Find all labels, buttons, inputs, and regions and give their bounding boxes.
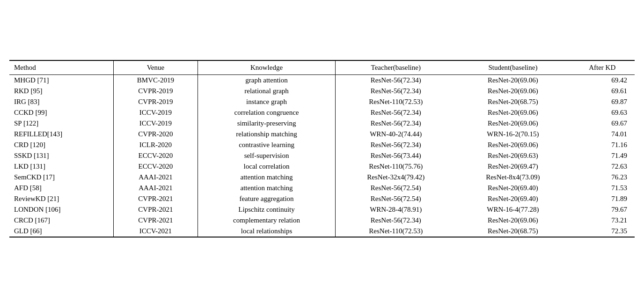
table-cell: 71.49 [570,150,635,161]
col-header-teacher: Teacher(baseline) [336,60,456,75]
table-cell: CVPR-2020 [113,129,198,140]
table-cell: 69.67 [570,118,635,129]
table-cell: 79.67 [570,204,635,215]
results-table: Method Venue Knowledge Teacher(baseline)… [9,60,635,238]
table-row: RKD [95]CVPR-2019relational graphResNet-… [9,86,635,97]
table-cell: MHGD [71] [9,74,113,86]
table-cell: ICCV-2019 [113,118,198,129]
table-row: IRG [83]CVPR-2019instance graphResNet-11… [9,97,635,107]
table-cell: BMVC-2019 [113,74,198,86]
table-cell: ResNet-56(72.34) [336,118,456,129]
table-row: SP [122]ICCV-2019similarity-preservingRe… [9,118,635,129]
table-cell: GLD [66] [9,226,113,237]
table-cell: Lipschitz continuity [198,204,335,215]
table-cell: ResNet-56(72.34) [336,215,456,226]
table-row: MHGD [71]BMVC-2019graph attentionResNet-… [9,74,635,86]
table-cell: self-supervision [198,150,335,161]
table-cell: 71.16 [570,140,635,150]
table-row: LKD [131]ECCV-2020local correlationResNe… [9,161,635,172]
table-cell: AAAI-2021 [113,183,198,193]
table-cell: AAAI-2021 [113,172,198,183]
table-cell: WRN-40-2(74.44) [336,129,456,140]
table-row: GLD [66]ICCV-2021local relationshipsResN… [9,226,635,237]
table-cell: 72.35 [570,226,635,237]
col-header-afterkd: After KD [570,60,635,75]
table-cell: complementary relation [198,215,335,226]
table-cell: CVPR-2021 [113,204,198,215]
table-cell: ICLR-2020 [113,140,198,150]
table-cell: ResNet-20(69.63) [456,150,570,161]
table-cell: CRCD [167] [9,215,113,226]
table-cell: CCKD [99] [9,107,113,118]
table-cell: ResNet-56(72.34) [336,107,456,118]
table-cell: ICCV-2021 [113,226,198,237]
table-cell: 69.63 [570,107,635,118]
table-cell: ECCV-2020 [113,150,198,161]
table-cell: ResNet-56(73.44) [336,150,456,161]
col-header-venue: Venue [113,60,198,75]
table-row: CRCD [167]CVPR-2021complementary relatio… [9,215,635,226]
table-cell: similarity-preserving [198,118,335,129]
table-cell: ResNet-20(69.06) [456,74,570,86]
table-cell: ResNet-20(69.06) [456,118,570,129]
table-row: SemCKD [17]AAAI-2021attention matchingRe… [9,172,635,183]
table-header-row: Method Venue Knowledge Teacher(baseline)… [9,60,635,75]
table-cell: 69.87 [570,97,635,107]
table-cell: CVPR-2019 [113,97,198,107]
table-container: Method Venue Knowledge Teacher(baseline)… [9,60,635,238]
table-cell: 73.21 [570,215,635,226]
table-row: AFD [58]AAAI-2021attention matchingResNe… [9,183,635,193]
table-cell: ResNet-20(68.75) [456,226,570,237]
table-cell: SP [122] [9,118,113,129]
col-header-method: Method [9,60,113,75]
table-cell: ResNet-20(68.75) [456,97,570,107]
table-cell: ReviewKD [21] [9,193,113,204]
table-cell: ResNet-20(69.06) [456,140,570,150]
col-header-knowledge: Knowledge [198,60,335,75]
table-cell: ResNet-110(75.76) [336,161,456,172]
table-cell: 76.23 [570,172,635,183]
table-cell: local correlation [198,161,335,172]
col-header-student: Student(baseline) [456,60,570,75]
table-cell: AFD [58] [9,183,113,193]
table-row: CRD [120]ICLR-2020contrastive learningRe… [9,140,635,150]
table-cell: SemCKD [17] [9,172,113,183]
table-cell: ECCV-2020 [113,161,198,172]
table-cell: correlation congruence [198,107,335,118]
table-row: REFILLED[143]CVPR-2020relationship match… [9,129,635,140]
table-cell: CRD [120] [9,140,113,150]
table-cell: contrastive learning [198,140,335,150]
table-cell: ResNet-56(72.54) [336,193,456,204]
table-cell: WRN-16-2(70.15) [456,129,570,140]
table-cell: ResNet-110(72.53) [336,97,456,107]
table-cell: CVPR-2021 [113,215,198,226]
table-cell: 72.63 [570,161,635,172]
table-cell: ResNet-56(72.34) [336,86,456,97]
table-row: ReviewKD [21]CVPR-2021feature aggregatio… [9,193,635,204]
table-cell: CVPR-2021 [113,193,198,204]
table-cell: attention matching [198,183,335,193]
table-cell: ResNet-56(72.54) [336,183,456,193]
table-cell: ResNet-56(72.34) [336,140,456,150]
table-cell: 74.01 [570,129,635,140]
table-row: SSKD [131]ECCV-2020self-supervisionResNe… [9,150,635,161]
table-cell: ResNet-32x4(79.42) [336,172,456,183]
table-cell: WRN-28-4(78.91) [336,204,456,215]
table-cell: ResNet-20(69.06) [456,107,570,118]
table-cell: ICCV-2019 [113,107,198,118]
table-cell: ResNet-20(69.40) [456,193,570,204]
table-cell: REFILLED[143] [9,129,113,140]
table-cell: ResNet-20(69.47) [456,161,570,172]
table-cell: IRG [83] [9,97,113,107]
table-cell: RKD [95] [9,86,113,97]
table-cell: ResNet-110(72.53) [336,226,456,237]
table-cell: 71.53 [570,183,635,193]
table-cell: attention matching [198,172,335,183]
table-cell: 69.42 [570,74,635,86]
table-cell: ResNet-20(69.06) [456,86,570,97]
table-cell: CVPR-2019 [113,86,198,97]
table-cell: relational graph [198,86,335,97]
table-cell: LKD [131] [9,161,113,172]
table-cell: feature aggregation [198,193,335,204]
table-cell: instance graph [198,97,335,107]
